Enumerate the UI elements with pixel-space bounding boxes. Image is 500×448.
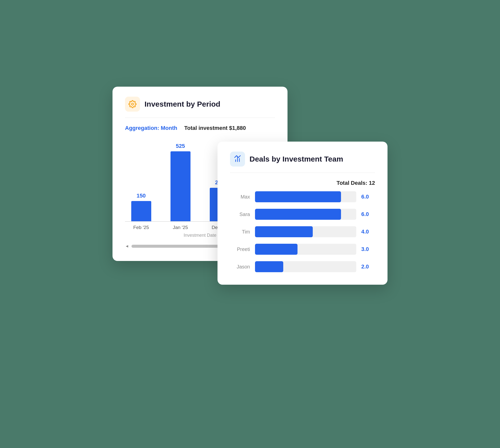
h-bar-value: 3.0 (361, 246, 375, 252)
h-bar-track (255, 226, 356, 237)
h-bar-label: Sara (230, 212, 250, 217)
x-label: Feb '25 (125, 225, 157, 230)
h-bar-fill (255, 191, 341, 202)
total-deals-row: Total Deals: 12 (230, 180, 375, 186)
h-bar-track (255, 244, 356, 255)
h-bar-fill (255, 209, 341, 220)
chart-meta: Aggregation: Month Total investment $1,8… (125, 125, 275, 131)
h-bar-label: Tim (230, 229, 250, 235)
h-bar-track (255, 209, 356, 220)
bar-group: 525 (164, 143, 196, 221)
card2-title: Deals by Investment Team (250, 155, 343, 163)
h-bar-label: Preeti (230, 246, 250, 252)
svg-point-0 (132, 103, 134, 105)
card2-header: Deals by Investment Team (230, 152, 375, 173)
h-bar-row: Sara6.0 (230, 209, 375, 220)
bar-rect (170, 151, 190, 221)
h-bar-value: 6.0 (361, 194, 375, 200)
total-deals-label: Total Deals: 12 (336, 180, 375, 186)
bar-rect (131, 201, 151, 221)
card1-header: Investment by Period (125, 97, 275, 118)
h-bar-row: Jason2.0 (230, 261, 375, 272)
scrollbar-thumb (132, 245, 232, 248)
bar-value: 150 (136, 193, 146, 199)
bar-value: 525 (176, 143, 185, 149)
h-bar-value: 2.0 (361, 263, 375, 270)
x-label: Jan '25 (164, 225, 196, 230)
chart-icon (230, 152, 245, 167)
aggregation-label: Aggregation: Month (125, 125, 177, 131)
h-bar-row: Max6.0 (230, 191, 375, 202)
h-bar-value: 6.0 (361, 211, 375, 218)
deals-investment-team-card: Deals by Investment Team Total Deals: 12… (218, 142, 388, 285)
gear-icon (125, 97, 140, 112)
total-investment-label: Total investment $1,880 (184, 125, 246, 131)
scroll-left-arrow[interactable]: ◄ (125, 244, 129, 248)
horizontal-bars: Max6.0Sara6.0Tim4.0Preeti3.0Jason2.0 (230, 191, 375, 272)
card1-title: Investment by Period (144, 100, 220, 108)
h-bar-row: Tim4.0 (230, 226, 375, 237)
h-bar-track (255, 261, 356, 272)
h-bar-fill (255, 226, 313, 237)
h-bar-fill (255, 244, 298, 255)
h-bar-value: 4.0 (361, 228, 375, 235)
h-bar-fill (255, 261, 283, 272)
h-bar-row: Preeti3.0 (230, 244, 375, 255)
bar-group: 150 (125, 193, 157, 221)
h-bar-label: Max (230, 194, 250, 200)
h-bar-track (255, 191, 356, 202)
h-bar-label: Jason (230, 264, 250, 270)
